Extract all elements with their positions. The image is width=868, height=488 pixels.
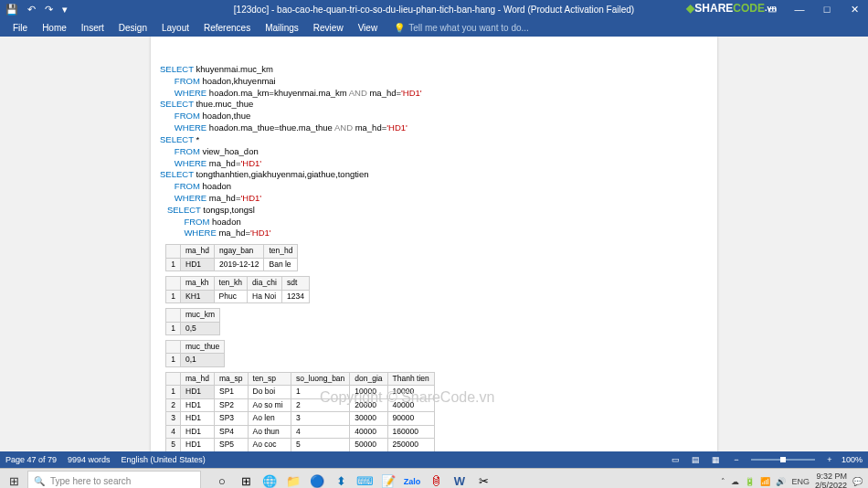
tray-wifi-icon[interactable]: 📶 [760, 477, 770, 486]
maximize-button[interactable]: □ [813, 0, 841, 18]
tray-chevron-icon[interactable]: ˄ [721, 477, 725, 486]
undo-icon[interactable]: ↶ [27, 4, 36, 16]
qat-customize-icon[interactable]: ▾ [62, 4, 68, 16]
tray-battery-icon[interactable]: 🔋 [745, 477, 755, 486]
tab-layout[interactable]: Layout [154, 18, 196, 37]
tray-onedrive-icon[interactable]: ☁ [731, 477, 739, 486]
minimize-button[interactable]: — [786, 0, 813, 18]
tab-view[interactable]: View [351, 18, 386, 37]
notification-icon[interactable]: 💬 [852, 477, 863, 486]
sqlserver-icon[interactable]: 🛢 [424, 469, 448, 489]
teamviewer-icon[interactable]: ⬍ [329, 469, 353, 489]
explorer-icon[interactable]: 📁 [281, 469, 305, 489]
zoom-level[interactable]: 100% [842, 455, 863, 464]
result-table-1: ma_hdngay_banten_hd 1HD12019-12-12Ban le [165, 244, 298, 271]
result-table-5: ma_hdma_spten_spso_luong_bandon_giaThanh… [165, 372, 435, 451]
language-indicator[interactable]: English (United States) [122, 455, 206, 464]
tray-language[interactable]: ENG [791, 477, 810, 486]
result-table-2: ma_khten_khdia_chisdt 1KH1PhucHa Noi1234 [165, 276, 310, 303]
snip-icon[interactable]: ✂ [471, 469, 495, 489]
sharecode-logo: ◆SHARECODE.vn [686, 2, 777, 15]
result-table-4: muc_thue 10,1 [165, 340, 225, 367]
result-table-3: muc_km 10,5 [165, 308, 220, 335]
task-view-icon[interactable]: ⊞ [234, 469, 258, 489]
notepad-icon[interactable]: 📝 [376, 469, 400, 489]
taskbar: ⊞ 🔍 Type here to search ○ ⊞ 🌐 📁 🔵 ⬍ ⌨ 📝 … [0, 468, 868, 488]
page-indicator[interactable]: Page 47 of 79 [5, 455, 57, 464]
tab-design[interactable]: Design [111, 18, 154, 37]
print-layout-icon[interactable]: ▤ [688, 453, 704, 466]
document-page[interactable]: SELECT khuyenmai.muc_km FROM hoadon,khuy… [151, 37, 717, 451]
redo-icon[interactable]: ↷ [45, 4, 53, 16]
sql-code: SELECT khuyenmai.muc_km FROM hoadon,khuy… [160, 64, 708, 239]
tell-me-search[interactable]: 💡 Tell me what you want to do... [394, 23, 529, 33]
tab-insert[interactable]: Insert [74, 18, 111, 37]
zoom-in-button[interactable]: + [821, 453, 838, 466]
status-bar: Page 47 of 79 9994 words English (United… [0, 451, 868, 468]
ribbon: File Home Insert Design Layout Reference… [0, 18, 868, 37]
taskbar-clock[interactable]: 9:32 PM 2/5/2022 [815, 472, 847, 488]
cortana-icon[interactable]: ○ [210, 469, 234, 489]
read-mode-icon[interactable]: ▭ [668, 453, 684, 466]
save-icon[interactable]: 💾 [5, 4, 18, 16]
chrome-icon[interactable]: 🔵 [305, 469, 329, 489]
search-icon: 🔍 [34, 476, 45, 486]
word-icon[interactable]: W [448, 469, 471, 489]
zoom-slider[interactable] [751, 459, 815, 461]
window-title: [123doc] - bao-cao-he-quan-tri-co-so-du-… [234, 5, 634, 15]
tab-home[interactable]: Home [35, 18, 74, 37]
close-button[interactable]: ✕ [841, 0, 868, 18]
vscode-icon[interactable]: ⌨ [353, 469, 376, 489]
word-count[interactable]: 9994 words [68, 455, 111, 464]
tray-volume-icon[interactable]: 🔊 [776, 477, 786, 486]
tab-references[interactable]: References [196, 18, 258, 37]
zoom-out-button[interactable]: − [728, 453, 745, 466]
tab-file[interactable]: File [5, 18, 35, 37]
system-tray: ˄ ☁ 🔋 📶 🔊 ENG 9:32 PM 2/5/2022 💬 [721, 472, 868, 488]
tab-mailings[interactable]: Mailings [258, 18, 306, 37]
start-button[interactable]: ⊞ [0, 469, 27, 489]
edge-icon[interactable]: 🌐 [258, 469, 281, 489]
tab-review[interactable]: Review [306, 18, 351, 37]
document-area[interactable]: ShareCode.vn SELECT khuyenmai.muc_km FRO… [0, 37, 868, 451]
web-layout-icon[interactable]: ▦ [708, 453, 725, 466]
zalo-icon[interactable]: Zalo [400, 469, 424, 489]
title-bar: 💾 ↶ ↷ ▾ [123doc] - bao-cao-he-quan-tri-c… [0, 0, 868, 18]
bulb-icon: 💡 [394, 23, 405, 33]
taskbar-search[interactable]: 🔍 Type here to search [27, 471, 201, 489]
